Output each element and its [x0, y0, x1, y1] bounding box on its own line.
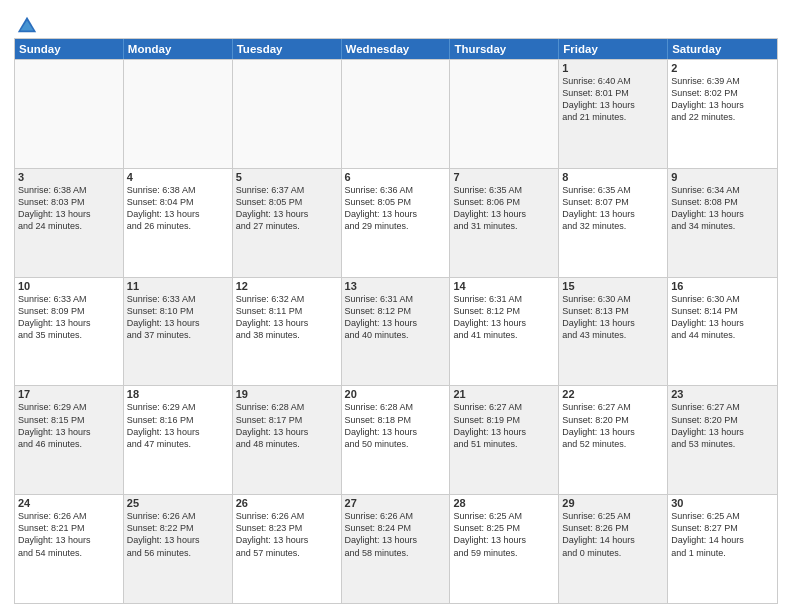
calendar-row: 10Sunrise: 6:33 AM Sunset: 8:09 PM Dayli…: [15, 277, 777, 386]
cell-text: Sunrise: 6:40 AM Sunset: 8:01 PM Dayligh…: [562, 75, 664, 124]
calendar-cell: 4Sunrise: 6:38 AM Sunset: 8:04 PM Daylig…: [124, 169, 233, 277]
calendar-cell: 14Sunrise: 6:31 AM Sunset: 8:12 PM Dayli…: [450, 278, 559, 386]
day-number: 10: [18, 280, 120, 292]
cell-text: Sunrise: 6:33 AM Sunset: 8:09 PM Dayligh…: [18, 293, 120, 342]
calendar-cell: [450, 60, 559, 168]
calendar-cell: 8Sunrise: 6:35 AM Sunset: 8:07 PM Daylig…: [559, 169, 668, 277]
day-number: 22: [562, 388, 664, 400]
cell-text: Sunrise: 6:27 AM Sunset: 8:19 PM Dayligh…: [453, 401, 555, 450]
day-number: 4: [127, 171, 229, 183]
cell-text: Sunrise: 6:29 AM Sunset: 8:15 PM Dayligh…: [18, 401, 120, 450]
cell-text: Sunrise: 6:26 AM Sunset: 8:24 PM Dayligh…: [345, 510, 447, 559]
calendar-day-header: Saturday: [668, 39, 777, 59]
calendar-cell: 30Sunrise: 6:25 AM Sunset: 8:27 PM Dayli…: [668, 495, 777, 603]
calendar-cell: [15, 60, 124, 168]
cell-text: Sunrise: 6:32 AM Sunset: 8:11 PM Dayligh…: [236, 293, 338, 342]
cell-text: Sunrise: 6:26 AM Sunset: 8:23 PM Dayligh…: [236, 510, 338, 559]
day-number: 30: [671, 497, 774, 509]
cell-text: Sunrise: 6:26 AM Sunset: 8:22 PM Dayligh…: [127, 510, 229, 559]
calendar-cell: 24Sunrise: 6:26 AM Sunset: 8:21 PM Dayli…: [15, 495, 124, 603]
day-number: 6: [345, 171, 447, 183]
day-number: 11: [127, 280, 229, 292]
cell-text: Sunrise: 6:25 AM Sunset: 8:26 PM Dayligh…: [562, 510, 664, 559]
calendar-header: SundayMondayTuesdayWednesdayThursdayFrid…: [15, 39, 777, 59]
day-number: 8: [562, 171, 664, 183]
cell-text: Sunrise: 6:25 AM Sunset: 8:25 PM Dayligh…: [453, 510, 555, 559]
day-number: 3: [18, 171, 120, 183]
calendar-cell: 29Sunrise: 6:25 AM Sunset: 8:26 PM Dayli…: [559, 495, 668, 603]
logo-area: [14, 14, 38, 32]
day-number: 2: [671, 62, 774, 74]
calendar-day-header: Friday: [559, 39, 668, 59]
cell-text: Sunrise: 6:38 AM Sunset: 8:04 PM Dayligh…: [127, 184, 229, 233]
calendar-cell: [233, 60, 342, 168]
cell-text: Sunrise: 6:30 AM Sunset: 8:14 PM Dayligh…: [671, 293, 774, 342]
day-number: 28: [453, 497, 555, 509]
calendar-cell: 21Sunrise: 6:27 AM Sunset: 8:19 PM Dayli…: [450, 386, 559, 494]
calendar-cell: 15Sunrise: 6:30 AM Sunset: 8:13 PM Dayli…: [559, 278, 668, 386]
calendar-cell: 27Sunrise: 6:26 AM Sunset: 8:24 PM Dayli…: [342, 495, 451, 603]
cell-text: Sunrise: 6:35 AM Sunset: 8:06 PM Dayligh…: [453, 184, 555, 233]
day-number: 27: [345, 497, 447, 509]
day-number: 23: [671, 388, 774, 400]
cell-text: Sunrise: 6:39 AM Sunset: 8:02 PM Dayligh…: [671, 75, 774, 124]
calendar-day-header: Thursday: [450, 39, 559, 59]
cell-text: Sunrise: 6:37 AM Sunset: 8:05 PM Dayligh…: [236, 184, 338, 233]
cell-text: Sunrise: 6:33 AM Sunset: 8:10 PM Dayligh…: [127, 293, 229, 342]
calendar-row: 24Sunrise: 6:26 AM Sunset: 8:21 PM Dayli…: [15, 494, 777, 603]
calendar-cell: 13Sunrise: 6:31 AM Sunset: 8:12 PM Dayli…: [342, 278, 451, 386]
calendar-cell: 19Sunrise: 6:28 AM Sunset: 8:17 PM Dayli…: [233, 386, 342, 494]
calendar-day-header: Monday: [124, 39, 233, 59]
calendar-row: 3Sunrise: 6:38 AM Sunset: 8:03 PM Daylig…: [15, 168, 777, 277]
day-number: 19: [236, 388, 338, 400]
cell-text: Sunrise: 6:25 AM Sunset: 8:27 PM Dayligh…: [671, 510, 774, 559]
day-number: 14: [453, 280, 555, 292]
day-number: 26: [236, 497, 338, 509]
calendar-day-header: Tuesday: [233, 39, 342, 59]
calendar-row: 17Sunrise: 6:29 AM Sunset: 8:15 PM Dayli…: [15, 385, 777, 494]
calendar-cell: 10Sunrise: 6:33 AM Sunset: 8:09 PM Dayli…: [15, 278, 124, 386]
day-number: 18: [127, 388, 229, 400]
cell-text: Sunrise: 6:31 AM Sunset: 8:12 PM Dayligh…: [453, 293, 555, 342]
day-number: 1: [562, 62, 664, 74]
day-number: 12: [236, 280, 338, 292]
cell-text: Sunrise: 6:35 AM Sunset: 8:07 PM Dayligh…: [562, 184, 664, 233]
header: [14, 10, 778, 32]
cell-text: Sunrise: 6:31 AM Sunset: 8:12 PM Dayligh…: [345, 293, 447, 342]
logo-icon: [16, 14, 38, 36]
calendar-cell: 20Sunrise: 6:28 AM Sunset: 8:18 PM Dayli…: [342, 386, 451, 494]
day-number: 21: [453, 388, 555, 400]
calendar-cell: 5Sunrise: 6:37 AM Sunset: 8:05 PM Daylig…: [233, 169, 342, 277]
calendar-cell: [124, 60, 233, 168]
calendar-cell: 12Sunrise: 6:32 AM Sunset: 8:11 PM Dayli…: [233, 278, 342, 386]
calendar-cell: [342, 60, 451, 168]
day-number: 7: [453, 171, 555, 183]
calendar-cell: 18Sunrise: 6:29 AM Sunset: 8:16 PM Dayli…: [124, 386, 233, 494]
day-number: 20: [345, 388, 447, 400]
cell-text: Sunrise: 6:27 AM Sunset: 8:20 PM Dayligh…: [671, 401, 774, 450]
day-number: 17: [18, 388, 120, 400]
calendar-cell: 16Sunrise: 6:30 AM Sunset: 8:14 PM Dayli…: [668, 278, 777, 386]
calendar-cell: 28Sunrise: 6:25 AM Sunset: 8:25 PM Dayli…: [450, 495, 559, 603]
cell-text: Sunrise: 6:28 AM Sunset: 8:17 PM Dayligh…: [236, 401, 338, 450]
calendar-cell: 9Sunrise: 6:34 AM Sunset: 8:08 PM Daylig…: [668, 169, 777, 277]
day-number: 16: [671, 280, 774, 292]
calendar-cell: 1Sunrise: 6:40 AM Sunset: 8:01 PM Daylig…: [559, 60, 668, 168]
cell-text: Sunrise: 6:34 AM Sunset: 8:08 PM Dayligh…: [671, 184, 774, 233]
calendar-cell: 22Sunrise: 6:27 AM Sunset: 8:20 PM Dayli…: [559, 386, 668, 494]
cell-text: Sunrise: 6:30 AM Sunset: 8:13 PM Dayligh…: [562, 293, 664, 342]
calendar-cell: 26Sunrise: 6:26 AM Sunset: 8:23 PM Dayli…: [233, 495, 342, 603]
cell-text: Sunrise: 6:36 AM Sunset: 8:05 PM Dayligh…: [345, 184, 447, 233]
calendar-row: 1Sunrise: 6:40 AM Sunset: 8:01 PM Daylig…: [15, 59, 777, 168]
calendar-cell: 17Sunrise: 6:29 AM Sunset: 8:15 PM Dayli…: [15, 386, 124, 494]
calendar-cell: 7Sunrise: 6:35 AM Sunset: 8:06 PM Daylig…: [450, 169, 559, 277]
calendar-cell: 2Sunrise: 6:39 AM Sunset: 8:02 PM Daylig…: [668, 60, 777, 168]
day-number: 13: [345, 280, 447, 292]
page: SundayMondayTuesdayWednesdayThursdayFrid…: [0, 0, 792, 612]
day-number: 24: [18, 497, 120, 509]
cell-text: Sunrise: 6:29 AM Sunset: 8:16 PM Dayligh…: [127, 401, 229, 450]
cell-text: Sunrise: 6:26 AM Sunset: 8:21 PM Dayligh…: [18, 510, 120, 559]
logo: [14, 14, 38, 36]
calendar-cell: 11Sunrise: 6:33 AM Sunset: 8:10 PM Dayli…: [124, 278, 233, 386]
day-number: 25: [127, 497, 229, 509]
